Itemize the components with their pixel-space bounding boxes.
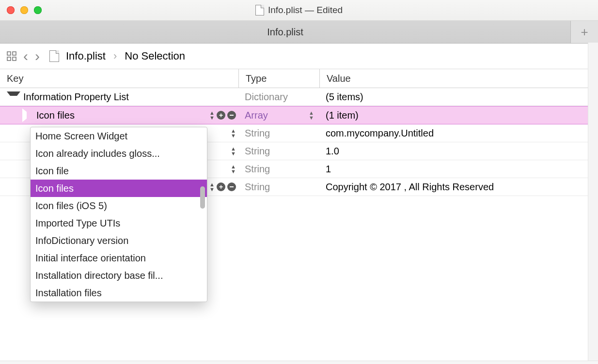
value-cell[interactable]: (5 items) xyxy=(320,91,598,103)
value-cell[interactable]: 1 xyxy=(320,164,598,175)
value-cell[interactable]: com.mycompany.Untitled xyxy=(320,128,598,139)
bottom-strip xyxy=(0,361,598,364)
plist-file-icon xyxy=(49,50,59,62)
tab-bar: Info.plist + xyxy=(0,21,598,44)
nav-forward-button[interactable]: › xyxy=(35,49,40,63)
key-stepper[interactable]: ▲▼ xyxy=(231,128,236,138)
row-controls: ▲▼ xyxy=(209,182,236,192)
column-header-value[interactable]: Value xyxy=(320,69,598,88)
dropdown-item[interactable]: Installation files xyxy=(31,284,207,302)
window-title: Info.plist — Edited xyxy=(268,5,343,15)
svg-rect-1 xyxy=(13,52,16,55)
key-stepper[interactable]: ▲▼ xyxy=(209,110,215,120)
key-label: Icon files xyxy=(36,110,75,121)
key-stepper[interactable]: ▲▼ xyxy=(231,146,236,156)
type-cell[interactable]: String xyxy=(239,178,320,196)
minimize-window-button[interactable] xyxy=(20,6,28,14)
type-label: String xyxy=(245,182,270,193)
column-header-key[interactable]: Key xyxy=(0,69,239,88)
breadcrumb-separator: › xyxy=(113,50,117,62)
type-cell[interactable]: Dictionary xyxy=(239,88,320,106)
svg-rect-3 xyxy=(13,57,16,61)
type-cell[interactable]: Array▲▼ xyxy=(239,106,320,124)
related-items-icon[interactable] xyxy=(7,51,16,61)
column-headers: Key Type Value xyxy=(0,69,598,88)
type-stepper[interactable]: ▲▼ xyxy=(309,110,314,120)
svg-rect-0 xyxy=(7,52,11,55)
value-cell[interactable]: Copyright © 2017 , All Rights Reserved xyxy=(320,182,598,193)
dropdown-item[interactable]: Icon file xyxy=(31,162,207,180)
dropdown-item[interactable]: Home Screen Widget xyxy=(31,127,207,145)
nav-back-button[interactable]: ‹ xyxy=(23,49,28,63)
svg-rect-2 xyxy=(7,57,11,61)
dropdown-item[interactable]: InfoDictionary version xyxy=(31,232,207,249)
value-label: Copyright © 2017 , All Rights Reserved xyxy=(326,182,494,192)
key-stepper[interactable]: ▲▼ xyxy=(209,182,215,192)
zoom-window-button[interactable] xyxy=(34,6,42,14)
value-label: 1 xyxy=(326,164,331,174)
value-label: (1 item) xyxy=(326,110,359,121)
type-label: Array xyxy=(245,110,268,121)
value-label: com.mycompany.Untitled xyxy=(326,128,434,138)
add-row-button[interactable] xyxy=(217,111,225,120)
key-stepper[interactable]: ▲▼ xyxy=(231,164,236,174)
row-controls: ▲▼ xyxy=(209,110,236,120)
disclosure-down-icon[interactable] xyxy=(7,91,20,103)
column-header-type[interactable]: Type xyxy=(239,69,320,88)
disclosure-right-icon[interactable] xyxy=(22,108,33,122)
tab-info-plist[interactable]: Info.plist xyxy=(0,21,570,43)
row-controls: ▲▼ xyxy=(231,164,236,174)
type-label: String xyxy=(245,146,270,157)
plist-row[interactable]: Information Property ListDictionary(5 it… xyxy=(0,88,598,106)
dropdown-item[interactable]: Icon files xyxy=(31,180,207,197)
key-label: Information Property List xyxy=(23,91,129,103)
add-row-button[interactable] xyxy=(217,182,225,191)
key-cell[interactable]: Icon files▲▼ xyxy=(0,106,239,124)
type-label: String xyxy=(245,164,270,175)
new-tab-button[interactable]: + xyxy=(570,21,598,43)
remove-row-button[interactable] xyxy=(227,111,236,120)
value-label: 1.0 xyxy=(326,146,339,156)
plist-row[interactable]: Icon files▲▼Array▲▼(1 item) xyxy=(0,106,598,124)
row-controls: ▲▼ xyxy=(231,146,236,156)
dropdown-item[interactable]: Imported Type UTIs xyxy=(31,214,207,232)
type-cell[interactable]: String xyxy=(239,124,320,142)
key-autocomplete-popup[interactable]: Home Screen WidgetIcon already includes … xyxy=(30,127,207,302)
type-label: Dictionary xyxy=(245,91,288,103)
remove-row-button[interactable] xyxy=(227,182,236,191)
breadcrumb-file[interactable]: Info.plist xyxy=(66,50,106,62)
row-controls: ▲▼ xyxy=(231,128,236,138)
window-titlebar: Info.plist — Edited xyxy=(0,0,598,21)
value-cell[interactable]: 1.0 xyxy=(320,146,598,157)
type-cell[interactable]: String xyxy=(239,142,320,160)
tab-label: Info.plist xyxy=(267,27,303,38)
dropdown-scrollbar[interactable] xyxy=(199,128,206,301)
jump-bar: ‹ › Info.plist › No Selection xyxy=(0,44,598,69)
value-cell[interactable]: (1 item) xyxy=(320,110,598,121)
type-label: String xyxy=(245,128,270,139)
value-label: (5 items) xyxy=(326,91,363,102)
dropdown-item[interactable]: Initial interface orientation xyxy=(31,249,207,267)
dropdown-item[interactable]: Icon files (iOS 5) xyxy=(31,197,207,214)
type-cell[interactable]: String xyxy=(239,160,320,178)
breadcrumb-selection[interactable]: No Selection xyxy=(125,50,185,62)
plist-file-icon xyxy=(255,5,264,15)
editor-scrollbar[interactable] xyxy=(588,43,598,361)
dropdown-scrollbar-thumb[interactable] xyxy=(200,186,205,209)
dropdown-item[interactable]: Icon already includes gloss... xyxy=(31,145,207,162)
traffic-lights xyxy=(7,6,42,14)
close-window-button[interactable] xyxy=(7,6,15,14)
dropdown-item[interactable]: Installation directory base fil... xyxy=(31,267,207,284)
key-cell[interactable]: Information Property List xyxy=(0,88,239,106)
